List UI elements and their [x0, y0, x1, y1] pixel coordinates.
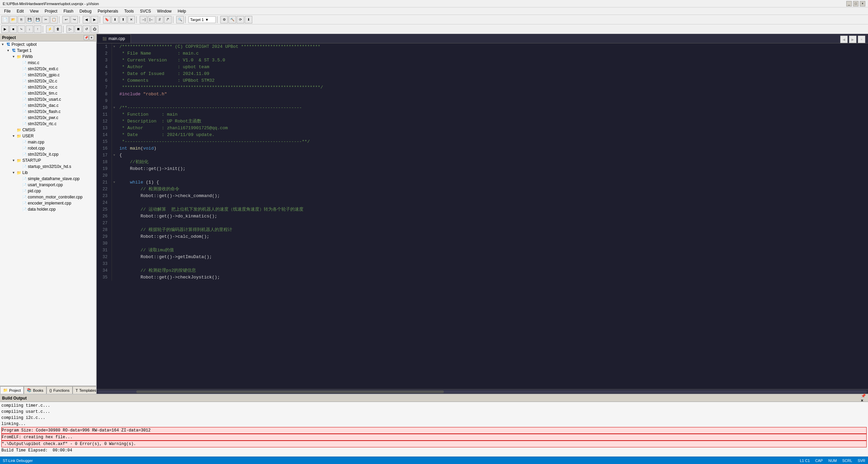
line-content[interactable]: * Comments : UPBbot STM32 [117, 77, 868, 84]
tree-item[interactable]: ▼📁FWlib [0, 54, 96, 60]
tree-expander[interactable] [16, 72, 22, 78]
debug-start-btn[interactable]: ▶ [1, 25, 9, 33]
options-btn[interactable]: ⚙ [220, 16, 228, 23]
menu-item-view[interactable]: View [27, 8, 41, 14]
tree-expander[interactable] [16, 164, 22, 169]
tree-item[interactable]: 📄stm32f10x_flash.c [0, 109, 96, 115]
line-content[interactable] [117, 98, 868, 104]
tree-expander[interactable] [16, 109, 22, 114]
reset-btn[interactable]: ↺ [83, 25, 90, 33]
code-scroll-left-btn[interactable]: ◀ [840, 36, 848, 43]
search-btn[interactable]: 🔍 [176, 16, 184, 23]
paste-btn[interactable]: 📋 [50, 16, 58, 23]
line-content[interactable] [117, 240, 868, 247]
tree-item[interactable]: 📄main.cpp [0, 139, 96, 145]
tree-expander[interactable] [16, 146, 22, 151]
line-content[interactable]: * Function : main [117, 111, 868, 118]
line-content[interactable]: * Date : 2024/11/09 update. [117, 132, 868, 138]
line-expander[interactable]: ▼ [112, 104, 117, 111]
line-content[interactable]: Robot::get()->checkJoystick(); [117, 274, 868, 281]
line-content[interactable] [117, 172, 868, 179]
line-content[interactable] [117, 220, 868, 227]
tree-expander[interactable]: ▼ [11, 133, 16, 139]
tree-item[interactable]: ▼📁USER [0, 133, 96, 139]
debug-stepover-btn[interactable]: ⤷ [18, 25, 25, 33]
line-content[interactable]: *---------------------------------------… [117, 138, 868, 145]
menu-item-debug[interactable]: Debug [77, 8, 94, 14]
tree-item[interactable]: 📄misc.c [0, 60, 96, 66]
undo-btn[interactable]: ↩ [62, 16, 70, 23]
tree-item[interactable]: 📄stm32f10x_rtc.c [0, 121, 96, 127]
tree-expander[interactable] [16, 121, 22, 127]
saveall-btn[interactable]: 💾 [34, 16, 41, 23]
tree-item[interactable]: 📄startup_stm32f10x_hd.s [0, 163, 96, 170]
line-content[interactable]: Robot::get()->init(); [117, 166, 868, 172]
uncomment-btn[interactable]: /* [164, 16, 172, 23]
tree-expander[interactable] [16, 188, 22, 194]
tree-expander[interactable] [11, 127, 16, 133]
debug-stepout-btn[interactable]: ↑ [34, 25, 41, 33]
comment-btn[interactable]: // [156, 16, 163, 23]
bookmarknext-btn[interactable]: ⬇ [111, 16, 119, 23]
line-content[interactable]: * Description : UP Robot主函数 [117, 118, 868, 125]
bookmarkclr-btn[interactable]: ✕ [127, 16, 135, 23]
line-content[interactable]: * Current Version : V1.0 & ST 3.5.0 [117, 57, 868, 64]
tree-expander[interactable] [16, 152, 22, 157]
line-content[interactable]: /**-------------------------------------… [117, 104, 868, 111]
tree-expander[interactable]: ▼ [11, 158, 16, 163]
line-content[interactable]: // 检测接收的命令 [117, 186, 868, 193]
code-close-btn[interactable]: × [858, 36, 865, 43]
line-content[interactable]: Robot::get()->do_kinmatics(); [117, 213, 868, 220]
hscroll-thumb[interactable] [136, 390, 444, 393]
tree-expander[interactable] [16, 78, 22, 84]
tree-item[interactable]: 📄stm32f10x_tim.c [0, 90, 96, 96]
run-btn[interactable]: ▷ [66, 25, 74, 33]
menu-item-help[interactable]: Help [175, 8, 189, 14]
line-content[interactable]: /******************* (C) COPYRIGHT 2024 … [117, 43, 868, 50]
tree-item[interactable]: 📄robot.cpp [0, 145, 96, 151]
debug-stop-btn[interactable]: ■ [9, 25, 17, 33]
tree-expander[interactable]: ▼ [5, 48, 11, 53]
project-tab-functions[interactable]: {}Functions [46, 386, 73, 394]
menu-item-svcs[interactable]: SVCS [137, 8, 154, 14]
nav-back-btn[interactable]: ◀ [83, 16, 90, 23]
line-content[interactable]: * Author : upbot team [117, 64, 868, 71]
nav-fwd-btn[interactable]: ▶ [91, 16, 98, 23]
close-btn[interactable]: × [860, 1, 865, 6]
tree-expander[interactable] [16, 60, 22, 65]
save-btn[interactable]: 💾 [26, 16, 33, 23]
line-content[interactable]: //初始化 [117, 159, 868, 166]
line-content[interactable]: ****************************************… [117, 84, 868, 91]
bookmarkprev-btn[interactable]: ⬆ [119, 16, 127, 23]
tree-item[interactable]: 📄stm32f10x_exti.c [0, 66, 96, 72]
code-scroll-right-btn[interactable]: ▶ [849, 36, 856, 43]
bookmark-btn[interactable]: 🔖 [103, 16, 111, 23]
line-content[interactable]: { [117, 152, 868, 159]
line-content[interactable]: Robot::get()->check_command(); [117, 193, 868, 199]
debug-stepin-btn[interactable]: ↓ [26, 25, 33, 33]
line-expander[interactable]: ▼ [112, 152, 117, 159]
line-content[interactable]: while (1) { [117, 179, 868, 186]
cut-btn[interactable]: ✂ [42, 16, 50, 23]
tree-item[interactable]: ▼📁Lib [0, 170, 96, 176]
tree-root[interactable]: ▼🏗Project: upbot [0, 41, 96, 47]
tree-expander[interactable]: ▼ [11, 170, 16, 175]
tree-item[interactable]: 📄pid.cpp [0, 188, 96, 194]
build-pin-btn[interactable]: 📌 [861, 393, 866, 398]
erase-btn[interactable]: 🗑 [54, 25, 62, 33]
window-controls[interactable]: _ □ × [846, 1, 865, 6]
tree-item[interactable]: ▼🏗Target 1 [0, 47, 96, 54]
new-btn[interactable]: 📄 [1, 16, 9, 23]
target-dropdown[interactable]: Target 1 ▼ [189, 16, 216, 23]
tree-expander[interactable] [16, 200, 22, 206]
tree-expander[interactable] [16, 207, 22, 212]
line-content[interactable]: Robot::get()->getImuData(); [117, 254, 868, 260]
tree-item[interactable]: 📄common_motor_controller.cpp [0, 194, 96, 200]
rebuild-btn[interactable]: ⟳ [237, 16, 244, 23]
menu-item-file[interactable]: File [1, 8, 13, 14]
tree-expander[interactable] [16, 97, 22, 102]
tree-expander[interactable] [16, 176, 22, 181]
project-tab-project[interactable]: 📁Project [0, 386, 24, 394]
tree-item[interactable]: ▼📁STARTUP [0, 157, 96, 163]
line-content[interactable]: int main(void) [117, 145, 868, 152]
